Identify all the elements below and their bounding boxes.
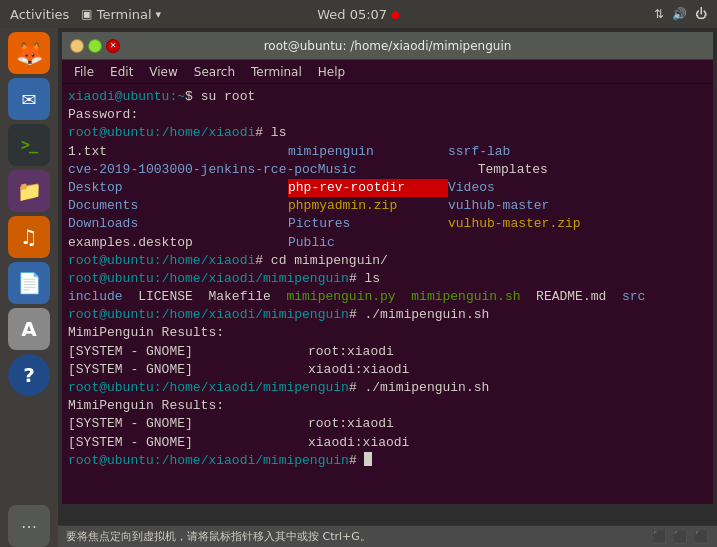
- ls-row: include LICENSE Makefile mimipenguin.py …: [68, 288, 707, 306]
- terminal-line: root@ubuntu:/home/xiaodi/mimipenguin# ./…: [68, 306, 707, 324]
- sidebar-item-terminal[interactable]: >_: [8, 124, 50, 166]
- menu-search[interactable]: Search: [188, 63, 241, 81]
- network-icon[interactable]: ⇅: [654, 7, 664, 21]
- sidebar-item-music[interactable]: ♫: [8, 216, 50, 258]
- status-icon-3[interactable]: ⬛: [694, 530, 709, 544]
- terminal-line: xiaodi@ubuntu:~$ su root: [68, 88, 707, 106]
- volume-icon[interactable]: 🔊: [672, 7, 687, 21]
- maximize-button[interactable]: [88, 39, 102, 53]
- terminal-title-indicator[interactable]: ▣ Terminal ▾: [81, 7, 161, 22]
- ls-row: Desktop php-rev-rootdir Videos: [68, 179, 707, 197]
- sidebar-item-firefox[interactable]: 🦊: [8, 32, 50, 74]
- sidebar-item-files[interactable]: 📁: [8, 170, 50, 212]
- result-row: [SYSTEM - GNOME] root:xiaodi: [68, 415, 707, 433]
- status-bar: 要将焦点定向到虚拟机，请将鼠标指针移入其中或按 Ctrl+G。 ⬛ ⬛ ⬛: [58, 525, 717, 547]
- status-icon-1[interactable]: ⬛: [652, 530, 667, 544]
- cmd-text: su root: [193, 88, 255, 106]
- sidebar-item-apps[interactable]: ⋯: [8, 505, 50, 547]
- ls-row: examples.desktop Public: [68, 234, 707, 252]
- ls-row: 1.txt mimipenguin ssrf-lab: [68, 143, 707, 161]
- datetime-display: Wed 05:07: [317, 7, 387, 22]
- terminal-line: root@ubuntu:/home/xiaodi/mimipenguin# ls: [68, 270, 707, 288]
- menu-file[interactable]: File: [68, 63, 100, 81]
- ls-row: Downloads Pictures vulhub-master.zip: [68, 215, 707, 233]
- result-row: [SYSTEM - GNOME] root:xiaodi: [68, 343, 707, 361]
- close-button[interactable]: ✕: [106, 39, 120, 53]
- result-row: [SYSTEM - GNOME] xiaodi:xiaodi: [68, 361, 707, 379]
- result-header: MimiPenguin Results:: [68, 324, 707, 342]
- result-row: [SYSTEM - GNOME] xiaodi:xiaodi: [68, 434, 707, 452]
- cursor: [364, 452, 372, 466]
- dot-indicator: ●: [391, 9, 400, 20]
- prompt-symbol: $: [185, 88, 193, 106]
- terminal-line: root@ubuntu:/home/xiaodi# ls: [68, 124, 707, 142]
- power-icon[interactable]: ⏻: [695, 7, 707, 21]
- minimize-button[interactable]: [70, 39, 84, 53]
- terminal-prompt-cursor: root@ubuntu:/home/xiaodi/mimipenguin#: [68, 452, 707, 470]
- ls-row: cve-2019-1003000-jenkins-rce-poc Music T…: [68, 161, 707, 179]
- menu-view[interactable]: View: [143, 63, 183, 81]
- window-title: root@ubuntu: /home/xiaodi/mimipenguin: [120, 39, 655, 53]
- prompt-path: :~: [169, 88, 185, 106]
- terminal-line: root@ubuntu:/home/xiaodi# cd mimipenguin…: [68, 252, 707, 270]
- sidebar-item-docs[interactable]: 📄: [8, 262, 50, 304]
- window-titlebar: ✕ root@ubuntu: /home/xiaodi/mimipenguin: [62, 32, 713, 60]
- activities-button[interactable]: Activities: [10, 7, 69, 22]
- terminal-content: xiaodi@ubuntu:~$ su root Password: root@…: [62, 84, 713, 504]
- menu-help[interactable]: Help: [312, 63, 351, 81]
- terminal-title-text: Terminal: [97, 7, 152, 22]
- terminal-line: root@ubuntu:/home/xiaodi/mimipenguin# ./…: [68, 379, 707, 397]
- menu-edit[interactable]: Edit: [104, 63, 139, 81]
- terminal-title-icon: ▣: [81, 7, 92, 21]
- terminal-line: Password:: [68, 106, 707, 124]
- dropdown-icon[interactable]: ▾: [156, 8, 162, 21]
- menu-terminal[interactable]: Terminal: [245, 63, 308, 81]
- sidebar-item-font[interactable]: A: [8, 308, 50, 350]
- ls-row: Documents phpmyadmin.zip vulhub-master: [68, 197, 707, 215]
- menu-bar: File Edit View Search Terminal Help: [62, 60, 713, 84]
- sidebar-item-help[interactable]: ?: [8, 354, 50, 396]
- status-icon-2[interactable]: ⬛: [673, 530, 688, 544]
- result-header: MimiPenguin Results:: [68, 397, 707, 415]
- status-message: 要将焦点定向到虚拟机，请将鼠标指针移入其中或按 Ctrl+G。: [66, 529, 371, 544]
- sidebar-item-mail[interactable]: ✉: [8, 78, 50, 120]
- prompt-user: xiaodi@ubuntu: [68, 88, 169, 106]
